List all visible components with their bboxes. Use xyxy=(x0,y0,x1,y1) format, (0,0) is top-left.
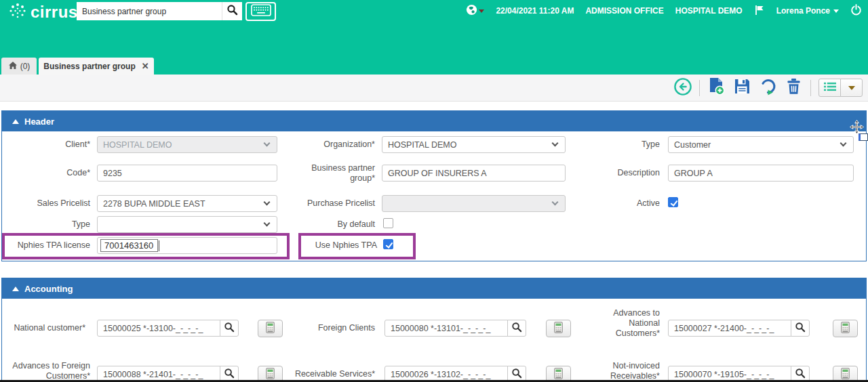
foreign-clients-input[interactable] xyxy=(384,320,508,337)
type-value: Customer xyxy=(674,140,711,150)
accounting-panel-body: National customer* Foreign Clients Advan… xyxy=(2,299,866,382)
search-icon xyxy=(226,4,238,18)
back-circle-icon xyxy=(673,77,692,99)
advances-national-calculator-button[interactable] xyxy=(833,320,858,337)
global-search-input[interactable] xyxy=(77,2,222,20)
search-icon xyxy=(795,368,806,381)
receivable-services-label: Receivable Services* xyxy=(280,369,375,379)
save-button[interactable] xyxy=(733,79,751,97)
globe-icon xyxy=(466,4,477,18)
global-search-button[interactable] xyxy=(222,2,242,20)
view-dropdown-button[interactable] xyxy=(840,79,863,97)
active-checkbox[interactable] xyxy=(668,197,678,207)
advances-national-lookup-button[interactable] xyxy=(791,320,810,337)
accounting-panel-title: Accounting xyxy=(24,284,73,294)
search-icon xyxy=(795,322,806,335)
office-name[interactable]: ADMISSION OFFICE xyxy=(585,6,663,16)
description-label: Description xyxy=(578,168,660,178)
nphies-tpa-license-label: Nphies TPA license xyxy=(7,240,90,251)
calculator-icon xyxy=(841,322,850,336)
national-customer-calculator-button[interactable] xyxy=(258,320,283,337)
type2-label: Type xyxy=(7,219,90,230)
accounting-panel: Accounting National customer* Foreign Cl… xyxy=(1,278,867,382)
chevron-down-icon xyxy=(840,140,847,147)
national-customer-input[interactable] xyxy=(97,320,220,337)
purchase-pricelist-select[interactable] xyxy=(382,195,566,212)
toolbar-separator xyxy=(699,80,700,96)
chevron-down-icon xyxy=(264,199,271,206)
sales-pricelist-select[interactable]: 2278 BUPA MIDDLE EAST xyxy=(97,195,277,212)
business-partner-group-input[interactable] xyxy=(382,165,566,182)
flag-icon[interactable] xyxy=(754,5,765,18)
chevron-down-icon xyxy=(552,140,559,147)
app-window: cirrus 22/04/2021 11:20 AM ADM xyxy=(0,0,868,382)
user-caret-icon xyxy=(833,9,839,13)
nphies-tpa-license-value: 7001463160 xyxy=(100,239,158,252)
home-icon xyxy=(8,61,18,72)
logo-text: cirrus xyxy=(31,3,78,22)
trash-icon xyxy=(786,78,802,98)
back-button[interactable] xyxy=(673,79,692,97)
new-document-icon xyxy=(708,77,725,98)
top-bar: cirrus 22/04/2021 11:20 AM ADM xyxy=(0,0,868,75)
accounting-panel-titlebar[interactable]: Accounting xyxy=(2,278,866,299)
collapse-icon xyxy=(12,286,19,291)
refresh-button[interactable] xyxy=(759,79,777,97)
tab-business-partner-group[interactable]: Business partner group ✕ xyxy=(39,58,154,75)
home-tab[interactable]: (0) xyxy=(1,58,37,75)
advances-foreign-label: Advances to Foreign Customers* xyxy=(7,361,90,381)
national-customer-label: National customer* xyxy=(7,323,85,333)
nphies-tpa-license-input[interactable]: 7001463160 xyxy=(97,237,277,254)
type-select[interactable]: Customer xyxy=(668,136,854,153)
national-customer-lookup-button[interactable] xyxy=(220,320,239,337)
description-input[interactable] xyxy=(668,165,854,182)
type2-select[interactable] xyxy=(97,216,277,233)
type-label: Type xyxy=(578,140,660,150)
client-select[interactable]: HOSPITAL DEMO xyxy=(97,136,277,153)
power-icon[interactable] xyxy=(850,4,862,18)
grid-view-button[interactable] xyxy=(818,79,841,97)
chevron-down-icon xyxy=(552,199,559,206)
advances-national-label: Advances to National Customers* xyxy=(599,308,660,339)
hospital-name[interactable]: HOSPITAL DEMO xyxy=(675,6,743,16)
collapse-icon xyxy=(12,119,19,124)
globe-caret-icon xyxy=(479,9,484,13)
advances-national-input[interactable] xyxy=(668,320,791,337)
foreign-clients-label: Foreign Clients xyxy=(280,323,375,333)
foreign-clients-calculator-button[interactable] xyxy=(546,320,571,337)
active-label: Active xyxy=(578,198,660,209)
user-menu[interactable]: Lorena Ponce xyxy=(776,6,839,16)
home-tab-count: (0) xyxy=(20,62,31,71)
by-default-checkbox[interactable] xyxy=(383,218,393,228)
use-nphies-tpa-checkbox[interactable] xyxy=(383,239,393,249)
app-logo[interactable]: cirrus xyxy=(9,2,78,22)
new-record-button[interactable] xyxy=(707,79,726,97)
by-default-label: By default xyxy=(302,219,375,230)
language-selector[interactable] xyxy=(466,4,484,18)
global-search xyxy=(77,2,242,20)
tab-label: Business partner group xyxy=(43,62,135,71)
header-panel-body: Client* HOSPITAL DEMO Organization* HOSP… xyxy=(2,131,866,261)
toolbar-separator xyxy=(810,80,811,96)
sales-pricelist-label: Sales Pricelist xyxy=(7,198,90,209)
dropdown-caret-icon xyxy=(848,86,855,90)
text-cursor xyxy=(159,240,159,251)
header-panel: Header Client* HOSPITAL DEMO Organizatio… xyxy=(1,110,867,261)
view-switch-group xyxy=(818,79,863,97)
foreign-clients-lookup-button[interactable] xyxy=(507,320,526,337)
refresh-icon xyxy=(759,77,777,98)
organization-value: HOSPITAL DEMO xyxy=(388,140,456,150)
use-nphies-tpa-label: Use Nphies TPA xyxy=(304,240,377,251)
organization-select[interactable]: HOSPITAL DEMO xyxy=(382,136,566,153)
cirrus-star-icon xyxy=(9,2,26,22)
header-panel-titlebar[interactable]: Header xyxy=(2,111,866,131)
tab-close-icon[interactable]: ✕ xyxy=(142,61,149,71)
search-icon xyxy=(511,322,522,335)
virtual-keyboard-button[interactable] xyxy=(245,2,276,21)
delete-button[interactable] xyxy=(785,79,803,97)
datetime-text: 22/04/2021 11:20 AM xyxy=(496,6,574,16)
bp-group-label: Business partner group* xyxy=(302,163,375,184)
code-input[interactable] xyxy=(97,165,277,182)
code-label: Code* xyxy=(7,168,90,178)
save-floppy-icon xyxy=(734,78,751,98)
